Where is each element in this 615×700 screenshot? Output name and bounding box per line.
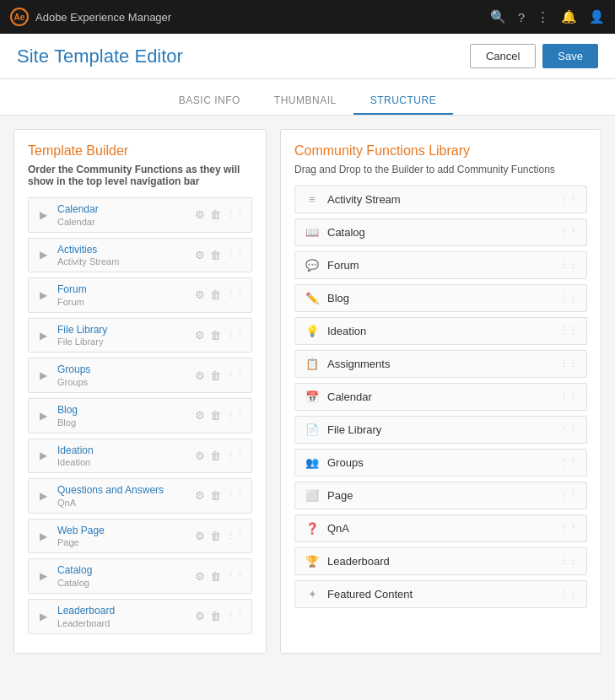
lib-drag-handle-icon[interactable]: ⋮⋮ [559, 424, 578, 435]
delete-icon[interactable]: 🗑 [210, 288, 221, 301]
user-icon[interactable]: 👤 [589, 9, 605, 24]
delete-icon[interactable]: 🗑 [210, 570, 221, 583]
lib-drag-handle-icon[interactable]: ⋮⋮ [559, 523, 578, 534]
lib-item-name: File Library [327, 423, 553, 436]
library-list-item[interactable]: 👥 Groups ⋮⋮ [294, 449, 587, 477]
delete-icon[interactable]: 🗑 [210, 610, 221, 622]
builder-item-text: Activities Activity Stream [57, 244, 188, 267]
builder-item-text: Leaderboard Leaderboard [57, 605, 188, 628]
lib-item-icon: 🏆 [304, 555, 321, 568]
drag-handle-icon[interactable]: ⋮⋮ [226, 450, 245, 461]
drag-handle-icon[interactable]: ⋮⋮ [226, 611, 245, 622]
builder-item-name: Calendar [57, 203, 188, 217]
help-icon[interactable]: ? [518, 10, 525, 24]
settings-icon[interactable]: ⚙ [195, 610, 205, 622]
lib-item-name: Catalog [327, 226, 553, 239]
topnav-icons: 🔍 ? ⋮ 🔔 👤 [490, 9, 605, 24]
settings-icon[interactable]: ⚙ [195, 329, 205, 342]
cancel-button[interactable]: Cancel [470, 44, 536, 68]
settings-icon[interactable]: ⚙ [195, 369, 205, 382]
tab-thumbnail[interactable]: THUMBNAIL [257, 88, 353, 115]
builder-item-text: Forum Forum [57, 283, 188, 307]
drag-handle-icon[interactable]: ⋮⋮ [226, 250, 245, 261]
builder-list-item: ▶ Calendar Calendar ⚙ 🗑 ⋮⋮ [28, 197, 252, 233]
app-logo: Ae [10, 8, 29, 26]
delete-icon[interactable]: 🗑 [210, 249, 221, 261]
delete-icon[interactable]: 🗑 [210, 530, 221, 542]
library-list-item[interactable]: 📖 Catalog ⋮⋮ [294, 218, 587, 246]
settings-icon[interactable]: ⚙ [195, 249, 205, 261]
search-icon[interactable]: 🔍 [490, 9, 506, 24]
settings-icon[interactable]: ⚙ [195, 530, 205, 542]
delete-icon[interactable]: 🗑 [210, 409, 221, 422]
lib-drag-handle-icon[interactable]: ⋮⋮ [559, 391, 578, 402]
tab-basic-info[interactable]: BASIC INFO [162, 88, 257, 115]
builder-item-actions: ⚙ 🗑 ⋮⋮ [195, 409, 245, 422]
library-list-item[interactable]: 📅 Calendar ⋮⋮ [294, 383, 587, 411]
builder-item-name: Forum [57, 283, 188, 297]
settings-icon[interactable]: ⚙ [195, 409, 205, 422]
builder-item-sub: Leaderboard [57, 618, 188, 628]
library-list-item[interactable]: 📄 File Library ⋮⋮ [294, 416, 587, 444]
settings-icon[interactable]: ⚙ [195, 208, 205, 221]
lib-drag-handle-icon[interactable]: ⋮⋮ [559, 194, 578, 205]
lib-drag-handle-icon[interactable]: ⋮⋮ [559, 556, 578, 567]
drag-handle-icon[interactable]: ⋮⋮ [226, 330, 245, 341]
lib-item-name: Page [327, 489, 553, 502]
drag-handle-icon[interactable]: ⋮⋮ [226, 209, 245, 220]
library-list-item[interactable]: ✏️ Blog ⋮⋮ [294, 284, 587, 312]
lib-drag-handle-icon[interactable]: ⋮⋮ [559, 457, 578, 468]
lib-drag-handle-icon[interactable]: ⋮⋮ [559, 260, 578, 271]
lib-item-icon: 💬 [304, 259, 321, 272]
tabs-bar: BASIC INFO THUMBNAIL STRUCTURE [0, 79, 615, 116]
lib-drag-handle-icon[interactable]: ⋮⋮ [559, 490, 578, 501]
delete-icon[interactable]: 🗑 [210, 329, 221, 342]
library-list-item[interactable]: ✦ Featured Content ⋮⋮ [294, 580, 587, 608]
settings-icon[interactable]: ⚙ [195, 570, 205, 583]
builder-item-sub: Blog [57, 417, 188, 428]
lib-drag-handle-icon[interactable]: ⋮⋮ [559, 326, 578, 337]
drag-handle-icon[interactable]: ⋮⋮ [226, 490, 245, 501]
builder-item-icon: ▶ [35, 330, 51, 342]
library-list-item[interactable]: 💬 Forum ⋮⋮ [294, 251, 587, 279]
delete-icon[interactable]: 🗑 [210, 450, 221, 462]
settings-icon[interactable]: ⚙ [195, 489, 205, 502]
main-content: Template Builder Order the Community Fun… [0, 116, 615, 667]
builder-item-actions: ⚙ 🗑 ⋮⋮ [195, 208, 245, 221]
builder-item-sub: Forum [57, 297, 188, 307]
drag-handle-icon[interactable]: ⋮⋮ [226, 289, 245, 300]
delete-icon[interactable]: 🗑 [210, 369, 221, 382]
drag-handle-icon[interactable]: ⋮⋮ [226, 571, 245, 582]
builder-item-name: Activities [57, 244, 188, 257]
builder-item-name: Catalog [57, 564, 188, 578]
drag-handle-icon[interactable]: ⋮⋮ [226, 530, 245, 541]
library-list-item[interactable]: ≡ Activity Stream ⋮⋮ [294, 186, 587, 213]
settings-icon[interactable]: ⚙ [195, 450, 205, 462]
apps-icon[interactable]: ⋮ [537, 9, 549, 24]
lib-item-name: Calendar [327, 390, 553, 403]
library-list-item[interactable]: 🏆 Leaderboard ⋮⋮ [294, 547, 587, 575]
lib-item-icon: ≡ [304, 193, 321, 206]
lib-drag-handle-icon[interactable]: ⋮⋮ [559, 293, 578, 304]
delete-icon[interactable]: 🗑 [210, 208, 221, 221]
library-list-item[interactable]: 💡 Ideation ⋮⋮ [294, 317, 587, 345]
drag-handle-icon[interactable]: ⋮⋮ [226, 370, 245, 381]
bell-icon[interactable]: 🔔 [561, 9, 577, 24]
library-list-item[interactable]: 📋 Assignments ⋮⋮ [294, 350, 587, 378]
library-list-item[interactable]: ❓ QnA ⋮⋮ [294, 514, 587, 542]
builder-list-item: ▶ Groups Groups ⚙ 🗑 ⋮⋮ [28, 358, 252, 393]
delete-icon[interactable]: 🗑 [210, 489, 221, 502]
save-button[interactable]: Save [542, 44, 598, 68]
builder-item-icon: ▶ [35, 490, 51, 502]
builder-item-name: Leaderboard [57, 605, 188, 618]
builder-item-icon: ▶ [35, 611, 51, 622]
lib-drag-handle-icon[interactable]: ⋮⋮ [559, 358, 578, 369]
page-title: Site Template Editor [17, 46, 183, 67]
builder-item-icon: ▶ [35, 450, 51, 461]
lib-drag-handle-icon[interactable]: ⋮⋮ [559, 589, 578, 600]
lib-drag-handle-icon[interactable]: ⋮⋮ [559, 227, 578, 238]
settings-icon[interactable]: ⚙ [195, 288, 205, 301]
tab-structure[interactable]: STRUCTURE [353, 88, 454, 115]
drag-handle-icon[interactable]: ⋮⋮ [226, 410, 245, 421]
library-list-item[interactable]: ⬜ Page ⋮⋮ [294, 482, 587, 509]
